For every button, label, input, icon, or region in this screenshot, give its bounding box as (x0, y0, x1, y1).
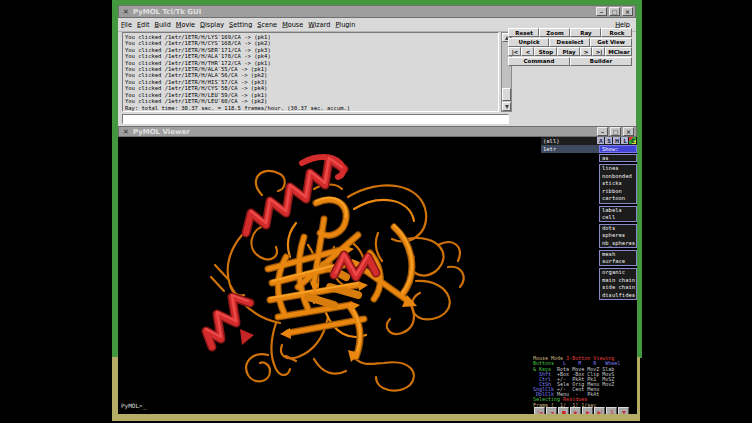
button-mclear[interactable]: MClear (605, 47, 632, 56)
button-label: > (584, 48, 589, 55)
movie-control-1[interactable]: ◄ (546, 407, 557, 414)
show-menu-item-label: mesh (602, 251, 615, 258)
movie-control-glyph: S (610, 409, 613, 414)
maximize-button[interactable]: □ (609, 7, 620, 16)
button-stop[interactable]: Stop (534, 47, 557, 56)
button-rock[interactable]: Rock (601, 28, 632, 37)
button-getview[interactable]: Get View (590, 38, 632, 47)
button-ray[interactable]: Ray (570, 28, 601, 37)
close-button[interactable]: × (623, 127, 634, 136)
button-label: < (525, 48, 530, 55)
menu-display[interactable]: Display (200, 21, 224, 29)
menu-movie[interactable]: Movie (176, 21, 195, 29)
command-input[interactable] (122, 114, 509, 124)
button-label: Reset (515, 29, 533, 36)
show-menu-item-label: dots (602, 225, 615, 232)
show-menu-item-cell[interactable]: cell (600, 214, 636, 221)
menu-wizard[interactable]: Wizard (308, 21, 330, 29)
menu-plugin[interactable]: Plugin (335, 21, 355, 29)
console-output[interactable]: You clicked /1etr/1ETR/H/LYS`169/CA -> (… (122, 32, 499, 112)
show-menu-item-cartoon[interactable]: cartoon (600, 195, 636, 203)
show-menu-item-label: organic (602, 269, 625, 276)
button-nav[interactable]: < (521, 47, 534, 56)
panel-button-l[interactable]: L (621, 137, 628, 144)
panel-button-c[interactable]: C (629, 137, 636, 144)
viewport-3d[interactable]: (all) ASHLC 1etr Show: aslinesnonbondeds… (118, 137, 637, 414)
button-label: Command (524, 58, 555, 65)
viewer-window: ✕ PyMOL Viewer –□× (118, 126, 637, 414)
button-unpick[interactable]: Unpick (508, 38, 549, 47)
movie-control-3[interactable]: ▶ (570, 407, 581, 414)
show-menu-item-label: main chain (602, 277, 635, 284)
scrollbar-down-arrow[interactable] (502, 102, 511, 111)
scrollbar-thumb[interactable] (502, 88, 511, 101)
button-label: Unpick (518, 39, 539, 46)
button-builder[interactable]: Builder (570, 57, 632, 66)
menu-file[interactable]: File (121, 21, 132, 29)
show-menu-item-main-chain[interactable]: main chain (600, 277, 636, 285)
movie-control-4[interactable]: ▶ (582, 407, 593, 414)
panel-button-s[interactable]: S (605, 137, 612, 144)
panel-button-h[interactable]: H (613, 137, 620, 144)
button-nav[interactable]: > (580, 47, 592, 56)
show-menu-item-label: nb_spheres (602, 240, 635, 247)
button-label: MClear (608, 48, 630, 55)
menu-scene[interactable]: Scene (257, 21, 277, 29)
maximize-button[interactable]: □ (610, 127, 621, 136)
viewer-window-buttons: –□× (597, 127, 634, 136)
button-zoom[interactable]: Zoom (539, 28, 570, 37)
show-menu-item-as[interactable]: as (600, 155, 636, 161)
button-label: Ray (580, 29, 591, 36)
panel-button-letter: S (607, 138, 611, 144)
gui-button-panel: ResetZoomRayRockUnpickDeselectGet View|<… (508, 28, 632, 78)
menu-build[interactable]: Build (154, 21, 170, 29)
show-menu-item-label: disulfides (602, 292, 635, 299)
movie-control-7[interactable]: ▼ (618, 407, 629, 414)
button-deselect[interactable]: Deselect (549, 38, 590, 47)
movie-control-glyph: ▶ (574, 409, 577, 414)
object-action-buttons: ASHLC (597, 137, 636, 144)
show-menu-item-label: nonbonded (602, 173, 632, 180)
button-nav[interactable]: >| (592, 47, 605, 56)
button-label: Play (562, 48, 575, 55)
show-menu-item-surface[interactable]: surface (600, 258, 636, 265)
show-menu-item-nb_spheres[interactable]: nb_spheres (600, 240, 636, 247)
viewer-titlebar[interactable]: ✕ PyMOL Viewer –□× (118, 126, 637, 137)
show-menu-item-organic[interactable]: organic (600, 269, 636, 277)
button-play[interactable]: Play (557, 47, 580, 56)
app-x-icon: ✕ (123, 128, 129, 136)
gui-titlebar[interactable]: ✕ PyMOL Tcl/Tk GUI –□× (118, 5, 636, 18)
panel-button-letter: A (599, 138, 603, 144)
object-row-all[interactable]: (all) ASHLC (541, 137, 637, 145)
menu-mouse[interactable]: Mouse (282, 21, 303, 29)
show-menu-item-sticks[interactable]: sticks (600, 180, 636, 188)
show-menu-item-lines[interactable]: lines (600, 165, 636, 173)
button-label: Stop (538, 48, 552, 55)
button-label: Get View (597, 39, 625, 46)
movie-control-6[interactable]: S (606, 407, 617, 414)
show-menu-item-disulfides[interactable]: disulfides (600, 292, 636, 300)
minimize-button[interactable]: – (597, 127, 608, 136)
show-menu-item-mesh[interactable]: mesh (600, 251, 636, 258)
minimize-button[interactable]: – (596, 7, 607, 16)
show-menu-item-side-chain[interactable]: side chain (600, 284, 636, 292)
button-label: Zoom (546, 29, 563, 36)
show-menu-item-spheres[interactable]: spheres (600, 232, 636, 239)
button-label: Rock (609, 29, 624, 36)
button-command[interactable]: Command (508, 57, 570, 66)
panel-button-a[interactable]: A (597, 137, 604, 144)
movie-control-0[interactable]: |◄ (534, 407, 545, 414)
button-nav[interactable]: |< (508, 47, 521, 56)
button-reset[interactable]: Reset (508, 28, 539, 37)
close-button[interactable]: × (622, 7, 633, 16)
show-menu-item-label: cell (602, 214, 615, 221)
show-menu-item-labels[interactable]: labels (600, 207, 636, 214)
movie-control-glyph: ▼ (622, 409, 625, 414)
movie-control-5[interactable]: ▶| (594, 407, 605, 414)
gui-window: ✕ PyMOL Tcl/Tk GUI –□× FileEditBuildMovi… (118, 5, 636, 126)
button-label: |< (511, 48, 518, 55)
show-menu-item-label: surface (602, 258, 625, 265)
movie-control-2[interactable]: ■ (558, 407, 569, 414)
menu-setting[interactable]: Setting (229, 21, 252, 29)
menu-edit[interactable]: Edit (137, 21, 150, 29)
